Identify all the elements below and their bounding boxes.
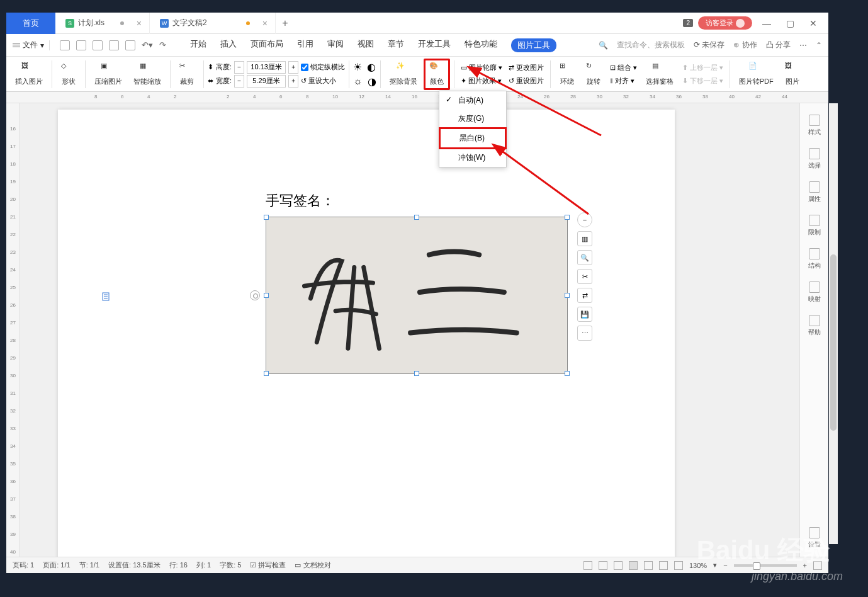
row[interactable]: 行: 16	[169, 560, 188, 570]
minimize-button[interactable]: —	[757, 18, 776, 28]
search-icon[interactable]: 🔍	[599, 41, 608, 50]
search-hint[interactable]: 查找命令、搜索模板	[617, 40, 685, 50]
map-panel-button[interactable]: 映射	[808, 281, 821, 304]
zoom-out-button[interactable]: −	[723, 562, 727, 569]
layer-down-button[interactable]: ⬇下移一层▾	[680, 75, 726, 87]
print-icon[interactable]	[109, 40, 119, 50]
selected-image[interactable]: − ▥ 🔍 ✂ ⇄ 💾 ⋯	[266, 217, 568, 374]
resize-handle-tl[interactable]	[264, 215, 269, 220]
tab-picture-tools[interactable]: 图片工具	[511, 38, 556, 52]
brightness-up-icon[interactable]: ☀	[353, 61, 362, 73]
more-icon[interactable]: ⋯	[799, 41, 807, 50]
width-input[interactable]	[247, 75, 286, 88]
tab-plan-xls[interactable]: S 计划.xls ×	[55, 13, 150, 34]
tab-layout[interactable]: 页面布局	[251, 38, 283, 52]
notification-badge[interactable]: 2	[683, 19, 693, 27]
page-view-icon[interactable]	[629, 561, 638, 570]
save-tool-button[interactable]: 💾	[577, 307, 592, 322]
fullscreen-icon[interactable]	[583, 561, 592, 570]
close-button[interactable]: ✕	[804, 18, 822, 28]
outline-view-icon[interactable]	[644, 561, 653, 570]
tab-dev[interactable]: 开发工具	[418, 38, 451, 52]
smart-zoom-button[interactable]: ▦智能缩放	[128, 59, 166, 90]
more-tools-button[interactable]: ⋯	[577, 326, 592, 341]
add-tab-button[interactable]: +	[276, 18, 295, 29]
rotation-handle[interactable]	[250, 290, 260, 300]
settings-panel-button[interactable]: 设置	[808, 527, 821, 549]
contrast-down-icon[interactable]: ◑	[368, 76, 376, 88]
tab-doc2[interactable]: W 文字文稿2 ×	[150, 13, 276, 34]
width-dec[interactable]: −	[234, 75, 244, 88]
zoom-value[interactable]: 130%	[689, 562, 707, 569]
home-tab[interactable]: 首页	[6, 13, 55, 34]
resize-handle-l[interactable]	[264, 293, 269, 298]
resize-handle-t[interactable]	[414, 215, 419, 220]
resize-handle-br[interactable]	[565, 371, 570, 376]
doc-fix-button[interactable]: ▭ 文档校对	[295, 560, 330, 570]
scrollbar-thumb[interactable]	[830, 254, 837, 431]
resize-handle-r[interactable]	[565, 293, 570, 298]
page-scroll[interactable]: 手写签名：	[20, 103, 799, 557]
zoom-tool-button[interactable]: 🔍	[577, 250, 592, 265]
tab-insert[interactable]: 插入	[220, 38, 237, 52]
collapse-ribbon-icon[interactable]: ⌃	[816, 41, 822, 50]
align-button[interactable]: ⫴对齐▾	[607, 75, 640, 87]
selection-pane-button[interactable]: ▤选择窗格	[641, 59, 679, 90]
tab-special[interactable]: 特色功能	[465, 38, 497, 52]
close-icon[interactable]: ×	[137, 18, 142, 28]
pic-button[interactable]: 🖼图片	[780, 59, 805, 90]
height-input[interactable]	[247, 61, 286, 74]
select-panel-button[interactable]: 选择	[808, 148, 821, 170]
vertical-scrollbar[interactable]	[829, 103, 838, 544]
zoom-slider[interactable]	[734, 564, 797, 567]
set-value[interactable]: 设置值: 13.5厘米	[108, 560, 161, 570]
style-panel-button[interactable]: 样式	[808, 115, 821, 137]
col[interactable]: 列: 1	[196, 560, 211, 570]
resize-handle-b[interactable]	[414, 371, 419, 376]
width-inc[interactable]: +	[288, 75, 298, 88]
reading-icon[interactable]	[599, 561, 607, 570]
crop-tool-button[interactable]: ✂	[577, 269, 592, 284]
tab-start[interactable]: 开始	[190, 38, 206, 52]
tab-reference[interactable]: 引用	[297, 38, 313, 52]
layout-options-button[interactable]: ▥	[577, 231, 592, 246]
preview-icon[interactable]	[125, 40, 135, 50]
vertical-ruler[interactable]: 1617181920212223242526272829303132333435…	[6, 103, 20, 557]
help-panel-button[interactable]: 帮助	[808, 315, 821, 337]
open-icon[interactable]	[76, 40, 86, 50]
tab-review[interactable]: 审阅	[327, 38, 344, 52]
prop-panel-button[interactable]: 属性	[808, 181, 821, 203]
horizontal-ruler[interactable]: 8642246810121416182022242628303234363840…	[6, 92, 828, 103]
section[interactable]: 节: 1/1	[79, 560, 99, 570]
tab-view[interactable]: 视图	[358, 38, 374, 52]
coop-button[interactable]: ⊕ 协作	[733, 40, 757, 50]
page-no[interactable]: 页码: 1	[13, 560, 34, 570]
fit-icon[interactable]	[813, 561, 822, 570]
web-view-icon[interactable]	[659, 561, 668, 570]
height-dec[interactable]: −	[234, 61, 244, 74]
tab-chapter[interactable]: 章节	[388, 38, 404, 52]
maximize-button[interactable]: ▢	[781, 18, 799, 28]
brightness-down-icon[interactable]: ☼	[353, 76, 363, 88]
crop-button[interactable]: ✂裁剪	[174, 59, 200, 90]
replace-tool-button[interactable]: ⇄	[577, 288, 592, 303]
combine-button[interactable]: ⊡组合▾	[607, 62, 640, 74]
reset-size-button[interactable]: ↺ 重设大小	[301, 76, 336, 86]
compress-button[interactable]: ▣压缩图片	[89, 59, 127, 90]
spell-check-button[interactable]: ☑ 拼写检查	[250, 560, 286, 570]
zoom-in-button[interactable]: +	[803, 562, 807, 569]
struct-panel-button[interactable]: 结构	[808, 248, 821, 270]
new-icon[interactable]	[60, 40, 70, 50]
page-count[interactable]: 页面: 1/1	[43, 560, 70, 570]
login-button[interactable]: 访客登录	[698, 16, 752, 30]
pic-to-pdf-button[interactable]: 📄图片转PDF	[734, 59, 779, 90]
share-button[interactable]: 凸 分享	[766, 40, 791, 50]
save-icon[interactable]	[93, 40, 103, 50]
unsaved-indicator[interactable]: ⟳ 未保存	[694, 40, 724, 50]
redo-icon[interactable]: ↷	[159, 40, 166, 50]
remove-bg-button[interactable]: ✨抠除背景	[385, 59, 422, 90]
layer-up-button[interactable]: ⬆上移一层▾	[680, 62, 726, 74]
eye-icon[interactable]	[674, 561, 683, 570]
color-button[interactable]: 🎨颜色	[424, 59, 450, 90]
limit-panel-button[interactable]: 限制	[808, 215, 821, 237]
